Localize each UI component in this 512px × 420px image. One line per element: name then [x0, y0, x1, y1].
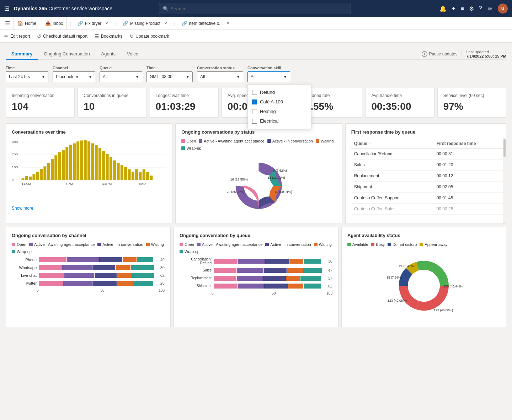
- skill-cafe[interactable]: ✓ Café A-100: [248, 97, 311, 107]
- conv-skill-chevron-icon: ▼: [283, 75, 287, 79]
- ch-legend-wrapup: Wrap-up: [12, 249, 32, 254]
- show-more-button[interactable]: Show more: [12, 206, 166, 211]
- replacement-await-seg: [237, 276, 263, 281]
- feedback-icon[interactable]: ☺: [487, 5, 493, 12]
- skill-heating[interactable]: Heating: [248, 107, 311, 116]
- time-filter-select[interactable]: Last 24 hrs ▼: [6, 71, 48, 82]
- close-tab-2[interactable]: ✕: [164, 21, 167, 25]
- q-legend-wrapup: Wrap-up: [180, 249, 199, 254]
- cafe-checkbox[interactable]: ✓: [252, 99, 257, 104]
- svg-rect-16: [51, 159, 54, 180]
- checkout-report-button[interactable]: ↺ Checkout default report: [37, 33, 87, 39]
- heating-checkbox[interactable]: [252, 109, 257, 114]
- queue-col-header[interactable]: Queue ↑: [351, 139, 434, 149]
- queue-filter-select[interactable]: All ▼: [100, 71, 142, 82]
- skill-refund[interactable]: Refund: [248, 87, 311, 97]
- electrical-checkbox[interactable]: [252, 119, 257, 124]
- settings-icon[interactable]: ⚙: [469, 5, 474, 12]
- queue-bar-cancellation: Cancellation/ Refund 36: [180, 257, 332, 265]
- notification-icon[interactable]: 🔔: [439, 5, 447, 12]
- tab-ongoing-conversation[interactable]: Ongoing Conversation: [38, 48, 95, 60]
- channel-filter-select[interactable]: Placeholder ▼: [53, 71, 95, 82]
- tab-missing-product[interactable]: 🔗 Missing Product ✕: [119, 17, 171, 30]
- home-icon: 🏠: [17, 21, 23, 26]
- skill-dropdown: Refund ✓ Café A-100 Heating Electrical: [247, 84, 311, 129]
- refund-checkbox[interactable]: [252, 90, 257, 95]
- svg-text:123 (40.08%): 123 (40.08%): [434, 308, 453, 312]
- tab-fix-dryer[interactable]: 🔗 Fix dryer ✕: [74, 17, 112, 30]
- time2-chevron-icon: ▼: [186, 75, 190, 79]
- hamburger-icon[interactable]: ☰: [3, 18, 12, 28]
- ch-active-conv-dot: [97, 243, 101, 246]
- close-tab-1[interactable]: ✕: [105, 21, 108, 25]
- filter-icon[interactable]: ≡: [460, 5, 464, 12]
- add-icon[interactable]: +: [452, 5, 456, 13]
- close-tab-3[interactable]: ✕: [226, 21, 229, 25]
- search-input[interactable]: [171, 6, 347, 11]
- ongoing-by-queue-card: Ongoing conversation by queue Open Activ…: [174, 227, 338, 327]
- svg-text:35 (7.99%): 35 (7.99%): [386, 276, 402, 279]
- svg-text:40 (50.01%): 40 (50.01%): [275, 190, 292, 194]
- phone-wait-seg: [123, 257, 137, 262]
- bookmarks-button[interactable]: ☰ Bookmarks: [95, 33, 122, 39]
- tab-item-defective[interactable]: 🔗 Item defective o... ✕: [178, 17, 234, 30]
- search-bar[interactable]: 🔍: [159, 3, 351, 14]
- svg-text:16 (13.55%): 16 (13.55%): [230, 178, 248, 181]
- shipment-wrapup-seg: [304, 284, 321, 289]
- agent-legend-available: Available: [347, 242, 368, 247]
- svg-text:5AM: 5AM: [139, 182, 146, 185]
- ch-active-await-dot: [29, 243, 33, 246]
- sales-open-seg: [214, 268, 236, 273]
- whatsapp-await-seg: [62, 265, 92, 270]
- svg-rect-17: [54, 155, 57, 180]
- phone-open-seg: [39, 257, 66, 262]
- refresh-icon: ↻: [129, 33, 134, 39]
- tab-summary[interactable]: Summary: [6, 48, 38, 60]
- q-open-dot: [180, 243, 183, 246]
- scrollbar-track[interactable]: [503, 138, 506, 224]
- edit-report-button[interactable]: ✏ Edit report: [4, 33, 30, 39]
- link-icon-3: 🔗: [182, 21, 187, 26]
- livechat-wrapup-seg: [132, 273, 154, 278]
- open-dot: [181, 139, 185, 143]
- scrollbar-thumb[interactable]: [503, 139, 506, 157]
- status-donut-svg: 9 (7.62%) 13 (11.01%) 16 (13.55%) 20 (26…: [181, 152, 336, 220]
- twitter-conv-seg: [92, 281, 117, 286]
- queue-legend: Open Active - Awaiting agent acceptance …: [180, 242, 332, 254]
- svg-rect-42: [146, 172, 149, 180]
- channel-bar-phone: Phone 49: [12, 257, 165, 262]
- avatar[interactable]: U: [498, 4, 508, 14]
- replacement-conv-seg: [263, 276, 286, 281]
- phone-await-seg: [67, 257, 99, 262]
- queue-bar-replacement: Replacement 37: [180, 276, 332, 281]
- app-grid-icon[interactable]: ⊞: [4, 5, 10, 12]
- skill-electrical[interactable]: Electrical: [248, 116, 311, 126]
- conv-skill-filter-select[interactable]: All ▼: [247, 71, 290, 82]
- legend-waiting: Waiting: [316, 139, 334, 143]
- filter-channel: Channel Placeholder ▼: [53, 66, 95, 82]
- svg-rect-34: [117, 163, 120, 180]
- toolbar: ✏ Edit report ↺ Checkout default report …: [0, 30, 512, 43]
- bottom-charts: Ongoing conversation by channel Open Act…: [6, 227, 506, 327]
- legend-active-conv: Active - In conversation: [267, 139, 313, 143]
- tab-voice[interactable]: Voice: [121, 48, 144, 60]
- update-bookmark-button[interactable]: ↻ Update bookmark: [129, 33, 169, 39]
- whatsapp-bar: [39, 265, 154, 270]
- tab-home[interactable]: 🏠 Home: [14, 17, 40, 30]
- ch-legend-open: Open: [12, 242, 26, 247]
- q-legend-waiting: Waiting: [314, 242, 332, 247]
- svg-rect-13: [40, 169, 43, 180]
- cancellation-conv-seg: [265, 259, 289, 264]
- conversations-over-time-card: Conversations over time 300 200 100 0: [6, 123, 172, 224]
- svg-text:20 (26.25%): 20 (26.25%): [227, 190, 244, 194]
- time-chevron-icon: ▼: [42, 75, 45, 79]
- pause-icon: ⏸: [422, 51, 427, 57]
- pause-updates-button[interactable]: ⏸ Pause updates: [422, 51, 457, 57]
- tab-inbox[interactable]: 📥 Inbox: [42, 17, 67, 30]
- table-row: Contoso Coffee Sales 00:00:25: [351, 203, 506, 214]
- help-icon[interactable]: ?: [479, 5, 482, 12]
- svg-text:11AM: 11AM: [21, 182, 31, 185]
- tab-agents[interactable]: Agents: [96, 48, 121, 60]
- time2-filter-select[interactable]: GMT -08:00 ▼: [146, 71, 193, 82]
- conv-status-filter-select[interactable]: All ▼: [197, 71, 243, 82]
